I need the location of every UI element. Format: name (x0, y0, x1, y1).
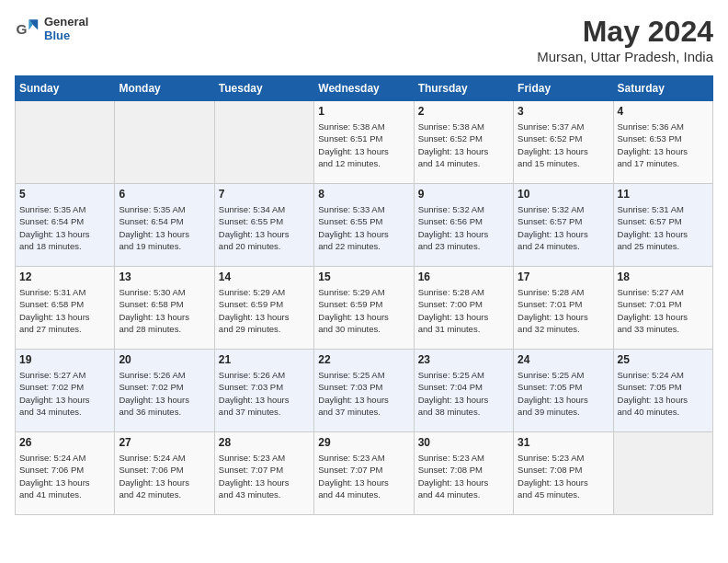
day-number: 19 (19, 353, 110, 366)
day-info: Sunrise: 5:36 AMSunset: 6:53 PMDaylight:… (618, 121, 709, 169)
day-info: Sunrise: 5:38 AMSunset: 6:52 PMDaylight:… (418, 121, 509, 169)
day-number: 16 (418, 270, 509, 283)
day-number: 31 (518, 436, 609, 449)
calendar-cell: 20Sunrise: 5:26 AMSunset: 7:02 PMDayligh… (115, 350, 214, 432)
day-number: 1 (318, 105, 409, 118)
calendar-cell: 15Sunrise: 5:29 AMSunset: 6:59 PMDayligh… (314, 267, 414, 350)
day-info: Sunrise: 5:32 AMSunset: 6:56 PMDaylight:… (418, 203, 509, 252)
calendar-cell: 10Sunrise: 5:32 AMSunset: 6:57 PMDayligh… (514, 184, 613, 267)
day-info: Sunrise: 5:23 AMSunset: 7:08 PMDaylight:… (418, 452, 509, 500)
day-info: Sunrise: 5:24 AMSunset: 7:06 PMDaylight:… (119, 452, 210, 500)
day-info: Sunrise: 5:27 AMSunset: 7:01 PMDaylight:… (618, 286, 709, 335)
day-info: Sunrise: 5:35 AMSunset: 6:54 PMDaylight:… (119, 203, 210, 252)
calendar-cell: 25Sunrise: 5:24 AMSunset: 7:05 PMDayligh… (613, 350, 712, 432)
day-info: Sunrise: 5:38 AMSunset: 6:51 PMDaylight:… (318, 121, 409, 169)
calendar-table: SundayMondayTuesdayWednesdayThursdayFrid… (15, 75, 713, 515)
day-info: Sunrise: 5:25 AMSunset: 7:04 PMDaylight:… (418, 369, 509, 418)
day-number: 26 (19, 436, 110, 449)
day-info: Sunrise: 5:26 AMSunset: 7:03 PMDaylight:… (219, 369, 310, 418)
calendar-cell: 6Sunrise: 5:35 AMSunset: 6:54 PMDaylight… (115, 184, 214, 267)
calendar-cell: 11Sunrise: 5:31 AMSunset: 6:57 PMDayligh… (613, 184, 712, 267)
day-number: 10 (518, 188, 609, 201)
calendar-cell: 21Sunrise: 5:26 AMSunset: 7:03 PMDayligh… (214, 350, 313, 432)
day-info: Sunrise: 5:28 AMSunset: 7:00 PMDaylight:… (418, 286, 509, 335)
header-saturday: Saturday (613, 76, 712, 101)
day-number: 8 (318, 188, 409, 201)
logo-text: General Blue (44, 15, 88, 42)
day-number: 23 (418, 353, 509, 366)
day-number: 28 (219, 436, 310, 449)
page-title: May 2024 (537, 15, 713, 49)
header-wednesday: Wednesday (314, 76, 414, 101)
day-number: 7 (219, 188, 310, 201)
calendar-cell: 7Sunrise: 5:34 AMSunset: 6:55 PMDaylight… (214, 184, 313, 267)
day-info: Sunrise: 5:37 AMSunset: 6:52 PMDaylight:… (518, 121, 609, 169)
header-friday: Friday (514, 76, 613, 101)
day-number: 22 (318, 353, 409, 366)
day-number: 6 (119, 188, 210, 201)
day-number: 29 (318, 436, 409, 449)
day-info: Sunrise: 5:23 AMSunset: 7:08 PMDaylight:… (518, 452, 609, 500)
calendar-cell: 28Sunrise: 5:23 AMSunset: 7:07 PMDayligh… (214, 432, 313, 515)
calendar-cell: 23Sunrise: 5:25 AMSunset: 7:04 PMDayligh… (414, 350, 513, 432)
day-info: Sunrise: 5:31 AMSunset: 6:58 PMDaylight:… (19, 286, 110, 335)
day-number: 17 (518, 270, 609, 283)
calendar-cell: 29Sunrise: 5:23 AMSunset: 7:07 PMDayligh… (314, 432, 414, 515)
day-number: 18 (618, 270, 709, 283)
header-thursday: Thursday (414, 76, 513, 101)
calendar-cell: 14Sunrise: 5:29 AMSunset: 6:59 PMDayligh… (214, 267, 313, 350)
calendar-cell: 9Sunrise: 5:32 AMSunset: 6:56 PMDaylight… (414, 184, 513, 267)
calendar-cell: 1Sunrise: 5:38 AMSunset: 6:51 PMDaylight… (314, 101, 414, 184)
day-info: Sunrise: 5:31 AMSunset: 6:57 PMDaylight:… (618, 203, 709, 252)
calendar-week-row: 1Sunrise: 5:38 AMSunset: 6:51 PMDaylight… (16, 101, 713, 184)
day-number: 5 (19, 188, 110, 201)
day-info: Sunrise: 5:34 AMSunset: 6:55 PMDaylight:… (219, 203, 310, 252)
day-info: Sunrise: 5:29 AMSunset: 6:59 PMDaylight:… (318, 286, 409, 335)
day-number: 11 (618, 188, 709, 201)
calendar-cell: 22Sunrise: 5:25 AMSunset: 7:03 PMDayligh… (314, 350, 414, 432)
day-number: 20 (119, 353, 210, 366)
day-number: 25 (618, 353, 709, 366)
calendar-cell: 17Sunrise: 5:28 AMSunset: 7:01 PMDayligh… (514, 267, 613, 350)
calendar-cell (16, 101, 115, 184)
day-info: Sunrise: 5:23 AMSunset: 7:07 PMDaylight:… (318, 452, 409, 500)
calendar-cell: 2Sunrise: 5:38 AMSunset: 6:52 PMDaylight… (414, 101, 513, 184)
calendar-cell: 24Sunrise: 5:25 AMSunset: 7:05 PMDayligh… (514, 350, 613, 432)
day-number: 30 (418, 436, 509, 449)
day-number: 21 (219, 353, 310, 366)
header-tuesday: Tuesday (214, 76, 313, 101)
day-info: Sunrise: 5:30 AMSunset: 6:58 PMDaylight:… (119, 286, 210, 335)
day-info: Sunrise: 5:25 AMSunset: 7:05 PMDaylight:… (518, 369, 609, 418)
day-number: 14 (219, 270, 310, 283)
calendar-cell: 30Sunrise: 5:23 AMSunset: 7:08 PMDayligh… (414, 432, 513, 515)
day-info: Sunrise: 5:26 AMSunset: 7:02 PMDaylight:… (119, 369, 210, 418)
calendar-cell: 31Sunrise: 5:23 AMSunset: 7:08 PMDayligh… (514, 432, 613, 515)
day-number: 12 (19, 270, 110, 283)
calendar-week-row: 19Sunrise: 5:27 AMSunset: 7:02 PMDayligh… (16, 350, 713, 432)
day-number: 9 (418, 188, 509, 201)
logo-blue: Blue (44, 29, 88, 42)
svg-text:G: G (16, 21, 27, 37)
header-sunday: Sunday (16, 76, 115, 101)
calendar-cell: 13Sunrise: 5:30 AMSunset: 6:58 PMDayligh… (115, 267, 214, 350)
calendar-header-row: SundayMondayTuesdayWednesdayThursdayFrid… (16, 76, 713, 101)
calendar-week-row: 12Sunrise: 5:31 AMSunset: 6:58 PMDayligh… (16, 267, 713, 350)
calendar-cell: 16Sunrise: 5:28 AMSunset: 7:00 PMDayligh… (414, 267, 513, 350)
calendar-cell: 18Sunrise: 5:27 AMSunset: 7:01 PMDayligh… (613, 267, 712, 350)
day-info: Sunrise: 5:23 AMSunset: 7:07 PMDaylight:… (219, 452, 310, 500)
day-number: 3 (518, 105, 609, 118)
day-number: 4 (618, 105, 709, 118)
day-info: Sunrise: 5:25 AMSunset: 7:03 PMDaylight:… (318, 369, 409, 418)
day-info: Sunrise: 5:24 AMSunset: 7:06 PMDaylight:… (19, 452, 110, 500)
day-number: 13 (119, 270, 210, 283)
calendar-cell: 12Sunrise: 5:31 AMSunset: 6:58 PMDayligh… (16, 267, 115, 350)
day-info: Sunrise: 5:29 AMSunset: 6:59 PMDaylight:… (219, 286, 310, 335)
calendar-cell (613, 432, 712, 515)
calendar-cell: 3Sunrise: 5:37 AMSunset: 6:52 PMDaylight… (514, 101, 613, 184)
day-info: Sunrise: 5:27 AMSunset: 7:02 PMDaylight:… (19, 369, 110, 418)
calendar-cell: 27Sunrise: 5:24 AMSunset: 7:06 PMDayligh… (115, 432, 214, 515)
logo-general: General (44, 15, 88, 29)
day-number: 2 (418, 105, 509, 118)
day-info: Sunrise: 5:33 AMSunset: 6:55 PMDaylight:… (318, 203, 409, 252)
day-number: 24 (518, 353, 609, 366)
